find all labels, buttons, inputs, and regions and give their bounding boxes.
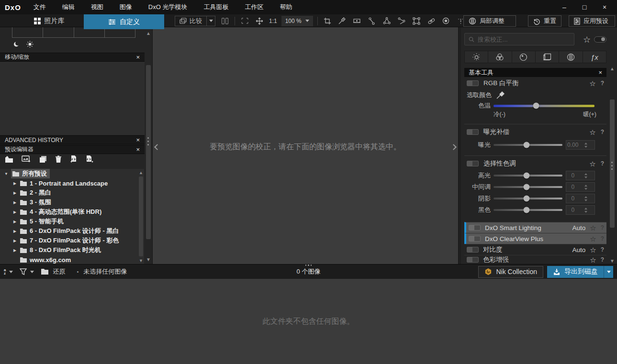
collapsed-arrow-icon[interactable]: ▶ — [12, 220, 17, 224]
local-adjustments-button[interactable]: 局部调整 — [463, 15, 516, 27]
favorites-filter-star-icon[interactable]: ☆ — [583, 35, 591, 44]
export-preset-file-icon[interactable] — [86, 155, 93, 163]
tree-item[interactable]: ▶ 2 - 黑白 — [0, 188, 138, 198]
tree-item[interactable]: ▶ 4 - 高动态范围(单张 HDR) — [0, 207, 138, 217]
close-button[interactable]: × — [601, 3, 608, 11]
tab-customize[interactable]: 自定义 — [84, 14, 164, 29]
pan-icon[interactable] — [254, 16, 265, 26]
side-by-side-icon[interactable] — [220, 16, 230, 26]
close-panel-icon[interactable]: × — [136, 137, 140, 143]
blacks-value-input[interactable]: 0 — [566, 205, 595, 215]
favorite-star-icon[interactable]: ☆ — [589, 160, 595, 167]
help-icon[interactable]: ? — [601, 224, 604, 231]
menu-optics-modules[interactable]: DxO 光学模块 — [148, 3, 188, 11]
favorite-star-icon[interactable]: ☆ — [590, 224, 596, 232]
menu-view[interactable]: 视图 — [91, 3, 103, 11]
collapsed-arrow-icon[interactable]: ▶ — [12, 229, 17, 233]
help-icon[interactable]: ? — [601, 129, 604, 135]
repair-tool-icon[interactable] — [426, 16, 437, 26]
tree-item[interactable]: ▶ 8 - DxO FilmPack 时光机 — [0, 245, 138, 255]
restore-folder-button[interactable]: 还原 — [41, 267, 65, 276]
crop-icon[interactable] — [322, 16, 333, 26]
export-to-disk-button[interactable]: 导出到磁盘 — [547, 266, 613, 278]
tab-detail[interactable] — [512, 51, 535, 63]
favorite-star-icon[interactable]: ☆ — [590, 235, 596, 243]
search-corrections-input[interactable] — [478, 36, 570, 43]
import-preset-file-icon[interactable] — [70, 155, 78, 163]
exposure-slider[interactable] — [494, 144, 562, 146]
color-rendering-checkbox[interactable] — [467, 257, 479, 263]
nik-collection-button[interactable]: Nik Collection — [478, 266, 543, 278]
wb-enable-checkbox[interactable] — [467, 80, 479, 86]
collapsed-arrow-icon[interactable]: ▶ — [12, 200, 17, 205]
close-panel-icon[interactable]: × — [136, 146, 140, 153]
tree-item[interactable]: www.x6g.com — [0, 255, 138, 264]
sort-button[interactable]: a z — [4, 268, 13, 275]
close-panel-icon[interactable]: × — [136, 54, 140, 60]
reset-button[interactable]: 重置 — [528, 15, 561, 27]
spinner-icon[interactable] — [580, 208, 593, 213]
highlights-value-input[interactable]: 0 — [566, 171, 595, 180]
exposure-enable-checkbox[interactable] — [467, 129, 479, 135]
tab-color[interactable] — [488, 51, 511, 63]
temperature-slider[interactable] — [494, 105, 595, 107]
preset-tree-scrollbar[interactable]: ▲ ▼ — [138, 169, 144, 264]
menu-help[interactable]: 帮助 — [280, 3, 292, 11]
collapsed-arrow-icon[interactable]: ▶ — [12, 181, 17, 186]
smart-lighting-tool-row[interactable]: DxO Smart Lighting Auto ☆ ? — [464, 222, 606, 233]
control-line-icon[interactable] — [396, 16, 407, 26]
tab-geometry[interactable] — [536, 51, 559, 63]
favorite-star-icon[interactable]: ☆ — [589, 80, 595, 87]
left-splitter-grip[interactable] — [147, 137, 149, 145]
collapsed-arrow-icon[interactable]: ▶ — [12, 239, 17, 243]
color-picker-icon[interactable] — [496, 91, 505, 99]
menu-image[interactable]: 图像 — [120, 3, 132, 11]
right-splitter-grip[interactable] — [611, 162, 613, 170]
tree-item[interactable]: ▶ 1 - Portrait and Landscape — [0, 178, 138, 188]
left-panel-scrollbar[interactable]: ▲ ▼ — [145, 27, 152, 264]
right-panel-scrollbar[interactable]: ▲ ▼ — [608, 66, 616, 264]
compare-dropdown[interactable] — [206, 16, 215, 26]
horizon-tool-icon[interactable] — [352, 16, 362, 26]
control-point-icon[interactable] — [367, 16, 377, 26]
help-icon[interactable]: ? — [601, 160, 604, 167]
temperature-slider-thumb[interactable] — [533, 103, 539, 109]
menu-tool-panels[interactable]: 工具面板 — [203, 3, 228, 11]
minimize-button[interactable]: – — [561, 3, 568, 11]
collapsed-arrow-icon[interactable]: ▶ — [12, 248, 17, 253]
clearview-plus-tool-row[interactable]: DxO ClearView Plus ☆ ? — [464, 233, 606, 244]
tree-item[interactable]: ▶ 5 - 智能手机 — [0, 217, 138, 226]
tab-photo-library[interactable]: 照片库 — [14, 14, 84, 27]
highlights-slider-thumb[interactable] — [524, 173, 530, 179]
midtones-value-input[interactable]: 0 — [566, 182, 595, 192]
menu-file[interactable]: 文件 — [34, 3, 46, 11]
midtones-slider-thumb[interactable] — [524, 184, 530, 190]
duplicate-preset-icon[interactable] — [39, 155, 47, 163]
delete-preset-icon[interactable] — [55, 155, 62, 163]
smart-lighting-checkbox[interactable] — [469, 225, 481, 231]
selective-tone-enable-checkbox[interactable] — [467, 161, 479, 166]
tab-light[interactable] — [465, 51, 488, 63]
color-rendering-tool-row[interactable]: 色彩增强 ☆ ? — [464, 255, 606, 264]
collapsed-arrow-icon[interactable]: ▶ — [12, 210, 17, 214]
tab-local-adjustments[interactable] — [559, 51, 582, 63]
compare-button[interactable]: 比较 — [175, 16, 215, 26]
filter-button[interactable] — [20, 268, 34, 275]
zoom-1-1-button[interactable]: 1:1 — [269, 18, 277, 24]
fit-screen-icon[interactable] — [239, 16, 250, 26]
search-corrections-box[interactable] — [464, 33, 574, 45]
highlights-slider[interactable] — [494, 175, 562, 176]
blacks-slider[interactable] — [494, 209, 562, 211]
shadow-clipping-moon-icon[interactable] — [13, 41, 20, 47]
spinner-icon[interactable] — [580, 196, 593, 201]
zoom-level-select[interactable]: 100 % — [281, 16, 313, 26]
favorite-star-icon[interactable]: ☆ — [589, 129, 595, 136]
help-icon[interactable]: ? — [601, 246, 604, 253]
close-panel-icon[interactable]: × — [598, 69, 602, 76]
help-icon[interactable]: ? — [601, 80, 604, 87]
shadows-slider[interactable] — [494, 198, 562, 199]
contrast-checkbox[interactable] — [467, 247, 479, 253]
clearview-plus-checkbox[interactable] — [469, 236, 481, 242]
favorite-star-icon[interactable]: ☆ — [590, 246, 596, 254]
help-icon[interactable]: ? — [601, 256, 604, 263]
